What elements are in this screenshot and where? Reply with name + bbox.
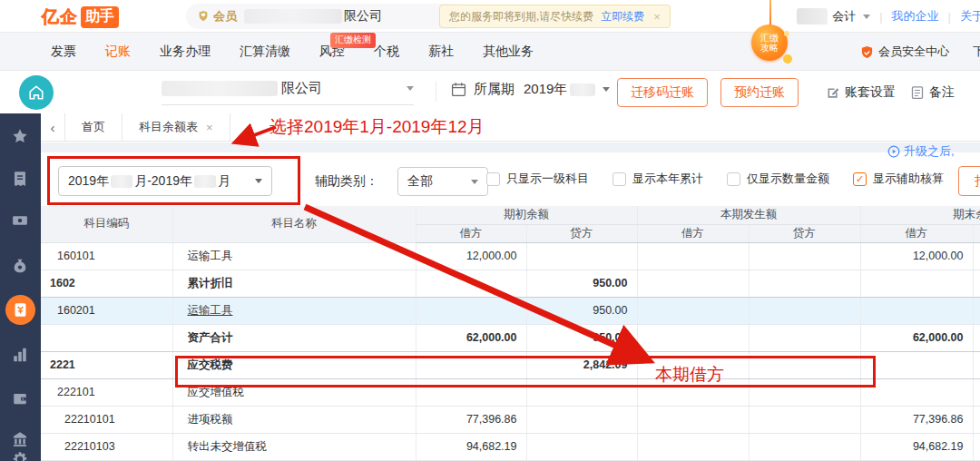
tab-back-button[interactable]: ‹: [41, 113, 64, 141]
cell-end-debit: 62,000.00: [860, 324, 973, 351]
aux-category-label: 辅助类别：: [315, 173, 378, 190]
annotation-current-debit-text: 本期借方: [655, 363, 724, 387]
subject-link[interactable]: 运输工具: [188, 304, 233, 317]
service-expiry-notice: 您的服务即将到期,请尽快续费 立即续费 ×: [439, 5, 671, 28]
cell-name: 转出未交增值税: [172, 433, 416, 460]
period-selector[interactable]: 所属期 2019年: [451, 81, 610, 98]
cell-open-credit: [526, 378, 637, 406]
ledger-icon[interactable]: [5, 295, 35, 325]
checkbox-option-1[interactable]: ✓显示本年累计: [612, 171, 703, 187]
checkbox-option-3[interactable]: ✓显示辅助核算: [853, 171, 944, 187]
renew-now-link[interactable]: 立即续费: [601, 9, 644, 25]
migrate-code-button[interactable]: 迁移码迁账: [617, 78, 708, 107]
col-header-debit: 借方: [637, 224, 749, 242]
cell-end-credit: [973, 378, 980, 406]
table-row[interactable]: 22210101进项税额77,396.8677,396.86: [41, 406, 980, 433]
account-settings-label: 账套设置: [845, 84, 896, 101]
nav-item-7[interactable]: 其他业务: [483, 44, 534, 60]
main-nav-bar: 发票记账业务办理汇算清缴风控汇缴检测个税薪社其他业务 会员安全中心 下载: [0, 33, 980, 71]
checkbox-icon[interactable]: ✓: [727, 172, 740, 186]
table-row[interactable]: 160101运输工具12,000.0012,000.00: [41, 242, 980, 270]
fengkong-check-badge: 汇缴检测: [330, 33, 376, 48]
money-bag-icon[interactable]: [9, 255, 31, 277]
cell-open-credit: 950.00: [526, 270, 637, 297]
cell-end-debit: 94,682.19: [860, 433, 973, 460]
cell-open-credit: [526, 406, 637, 433]
tab-close-icon[interactable]: ×: [206, 121, 213, 134]
period-value: 2019年: [524, 81, 567, 98]
table-row[interactable]: 160201运输工具950.00: [41, 297, 980, 324]
nav-item-6[interactable]: 薪社: [428, 44, 454, 60]
edit-icon: [826, 85, 840, 100]
star-icon[interactable]: [9, 125, 31, 147]
company-bar-actions: 迁移码迁账 预约迁账 账套设置 备注: [617, 78, 955, 107]
avatar: [797, 8, 828, 25]
gear-icon[interactable]: [9, 448, 31, 461]
nav-item-1[interactable]: 记账: [105, 44, 131, 60]
home-icon: [27, 83, 45, 102]
nav-right: 会员安全中心 下载: [860, 33, 980, 71]
date-range-select[interactable]: 2019年 月-2019年 月: [58, 166, 272, 196]
table-row[interactable]: 2221应交税费2,842.09: [41, 351, 980, 378]
my-enterprise-link[interactable]: 我的企业: [892, 8, 939, 25]
nav-item-3[interactable]: 汇算清缴: [240, 44, 290, 60]
notice-close-icon[interactable]: ×: [653, 10, 661, 24]
cell-open-debit: 94,682.19: [416, 433, 526, 460]
nav-item-0[interactable]: 发票: [51, 44, 76, 60]
money-note-icon[interactable]: [9, 210, 31, 231]
cell-current-debit: [637, 433, 749, 460]
ribbon-text-1: 汇缴: [760, 33, 779, 43]
table-row[interactable]: 22210103转出未交增值税94,682.1994,682.19: [41, 433, 980, 460]
chevron-down-icon: [407, 86, 414, 91]
col-header-debit: 借方: [416, 224, 526, 242]
aux-category-select[interactable]: 全部: [397, 167, 488, 196]
cell-current-credit: [749, 297, 860, 324]
app-window: 亿企 助手 会员 限公司 您的服务即将到期,请尽快续费 立即续费 × 会计 | …: [0, 0, 980, 461]
member-company-selector[interactable]: 会员 限公司: [186, 4, 467, 29]
checkbox-label: 显示辅助核算: [873, 171, 944, 187]
nav-item-5[interactable]: 个税: [374, 44, 399, 60]
note-button[interactable]: 备注: [910, 84, 955, 101]
checkbox-option-0[interactable]: ✓只显示一级科目: [486, 171, 589, 187]
home-button[interactable]: [19, 75, 54, 110]
divider: |: [948, 10, 951, 24]
upgrade-link[interactable]: 升级之后,: [887, 143, 955, 160]
nav-item-4[interactable]: 风控汇缴检测: [319, 44, 345, 60]
account-settings-button[interactable]: 账套设置: [826, 84, 896, 101]
chevron-down-icon: [255, 179, 262, 183]
huijiao-guide-badge[interactable]: 汇缴 攻略: [751, 25, 788, 61]
cell-current-credit: [749, 433, 860, 460]
cell-open-credit: [526, 433, 637, 460]
invoice-icon[interactable]: [9, 168, 31, 190]
table-row[interactable]: 1602累计折旧950.00: [41, 270, 980, 297]
col-header-name[interactable]: 科目名称: [172, 206, 416, 242]
checkbox-option-2[interactable]: ✓仅显示数量金额: [727, 171, 829, 187]
cell-name[interactable]: 运输工具: [172, 297, 416, 324]
balance-table-wrap: 科目编码 科目名称 期初余额 本期发生额 期末余额 借方 贷方 借方 贷方 借方…: [41, 206, 980, 461]
security-shield-icon: [860, 45, 874, 59]
member-security-center-link[interactable]: 会员安全中心: [878, 44, 949, 60]
download-link[interactable]: 下载: [973, 44, 980, 60]
table-row[interactable]: 222101应交增值税: [41, 378, 980, 406]
redacted-company-name: [162, 81, 278, 96]
cell-open-credit: 950.00: [526, 324, 637, 351]
print-button[interactable]: 打印: [958, 166, 980, 196]
bank-icon[interactable]: [9, 428, 31, 450]
tab-subject-balance[interactable]: 科目余额表 ×: [122, 113, 230, 141]
cell-end-credit: [973, 297, 980, 324]
cell-end-debit: 12,000.00: [860, 242, 973, 270]
checkbox-icon[interactable]: ✓: [612, 172, 626, 186]
nav-item-2[interactable]: 业务办理: [160, 44, 211, 60]
col-header-code[interactable]: 科目编码: [41, 206, 172, 242]
reserve-migrate-button[interactable]: 预约迁账: [720, 78, 799, 107]
account-set-selector[interactable]: 限公司: [162, 80, 414, 105]
user-role-menu[interactable]: 会计: [832, 8, 870, 25]
table-row[interactable]: 资产合计62,000.00950.0062,000.00: [41, 324, 980, 351]
bar-chart-icon[interactable]: [9, 344, 31, 366]
checkbox-checked-icon[interactable]: ✓: [853, 172, 867, 186]
checkbox-icon[interactable]: ✓: [486, 172, 500, 186]
wallet-icon[interactable]: [9, 387, 31, 409]
tab-home[interactable]: 首页: [64, 113, 122, 141]
about-link[interactable]: 关于: [960, 8, 980, 25]
cell-end-credit: [973, 351, 980, 378]
